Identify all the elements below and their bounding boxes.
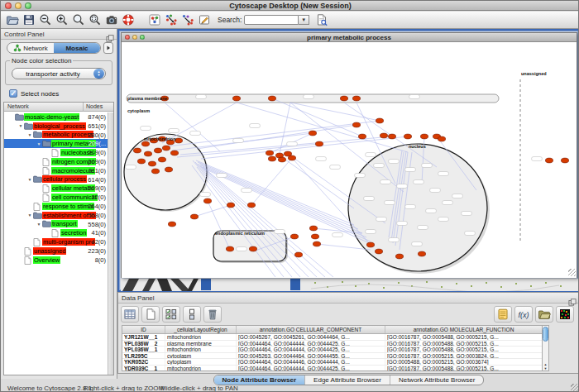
table-cell[interactable]: [GO:0044464, GO:0044446, GO:0044444, G..… [237,359,385,365]
table-row[interactable]: YPL036W__2plasma membrane[GO:0044464, GO… [122,341,543,347]
vizmapper-button[interactable] [146,12,163,27]
expand-arrow-icon[interactable]: ▼ [17,123,24,128]
table-cell[interactable]: [GO:0045267, GO:0045261, GO:0044464, G..… [237,334,385,340]
table-header-3[interactable]: annotation.GO CELLULAR_COMPONENT [237,326,385,333]
table-header-1[interactable]: ID [122,326,165,333]
table-cell[interactable]: mitochondrion [165,347,237,352]
table-row[interactable]: YDR039C__1mitochondrion[GO:0044464, GO:0… [122,366,543,371]
network-view-window[interactable]: primary metabolic process plasma membran… [121,32,577,278]
table-cell[interactable]: YLR295C [122,353,165,359]
tree-row[interactable]: ▼establishment of lo558(0) [4,211,108,220]
node-color-dropdown[interactable]: transporter activity ▲▼ [12,68,106,79]
select-nodes-checkbox[interactable]: ✓ [9,89,17,98]
tab-mosaic[interactable]: Mosaic [54,43,100,53]
tree-row[interactable]: cellular metabo209(0) [4,184,108,193]
network-canvas[interactable]: plasma membranecytoplasmmitochondrionnuc… [122,43,577,278]
expand-arrow-icon[interactable]: ▼ [26,177,33,182]
tree-row[interactable]: response to stimul264(0) [4,202,108,211]
table-cell[interactable]: [GO:0016787, GO:0005488, GO:0005215, G..… [385,341,543,347]
network-tree-header[interactable]: Network Nodes [4,103,113,112]
table-scrollbar-arrows[interactable]: ▲▼ [543,362,548,370]
tree-row[interactable]: Overview8(0) [4,256,108,265]
search-input[interactable] [244,15,299,25]
table-row[interactable]: YJR121W__1mitochondrion[GO:0045267, GO:0… [122,334,543,341]
table-scrollbar[interactable]: ▲▼ [542,325,549,371]
zoom-fit-button[interactable] [70,12,87,27]
zoom-out-button[interactable] [37,12,54,27]
table-row[interactable]: YPL036W__1mitochondrion[GO:0044464, GO:0… [122,347,543,353]
tab-overflow-button[interactable] [103,42,113,54]
table-cell[interactable]: [GO:0016787, GO:0005488, GO:0005215, G..… [385,366,543,371]
tab-network[interactable]: Network [7,43,54,53]
tree-row[interactable]: ▼transport558(0) [4,220,108,229]
table-cell[interactable]: YKR052C [122,359,165,365]
tree-row[interactable]: mosaic-demo-yeast874(0) [4,112,108,122]
save-button[interactable] [21,12,37,27]
tree-row[interactable]: nucleobase-209(0) [4,148,108,157]
table-cell[interactable]: cytoplasm [165,353,237,359]
table-cell[interactable]: [GO:0045263, GO:0044464, GO:0044455, G..… [237,353,385,359]
tree-column-network[interactable]: Network [7,103,29,109]
table-cell[interactable]: plasma membrane [165,341,237,347]
expand-arrow-icon[interactable]: ▼ [26,132,33,137]
table-cell[interactable]: [GO:0016787, GO:0005488, GO:0005215, G..… [385,347,543,352]
table-cell[interactable]: [GO:0016787, GO:0005488, GO:0005215, G..… [385,334,543,340]
unselect-attrs-button[interactable] [183,306,201,323]
table-scrollbar-thumb[interactable] [543,327,548,342]
expand-arrow-icon[interactable]: ▼ [36,141,42,146]
zoom-in-button[interactable] [54,12,70,27]
table-cell[interactable]: [GO:0044464, GO:0044444, GO:0044425, G..… [237,347,385,352]
attr-table-button[interactable] [121,306,139,323]
search-dropdown-button[interactable]: ▼ [299,15,309,25]
new-attr-button[interactable] [141,306,160,323]
network-window-titlebar[interactable]: primary metabolic process [122,33,577,42]
table-cell[interactable]: YPL036W__2 [122,341,165,347]
table-cell[interactable]: YJR121W__1 [122,334,165,340]
tree-row[interactable]: cell communicat22(0) [4,193,108,202]
tree-row[interactable]: ▼metabolic process280(0) [4,131,108,140]
tree-row[interactable]: ▼cellular process614(0) [4,175,108,184]
table-cell[interactable]: YPL036W__1 [122,347,165,352]
formula-button[interactable]: f(x) [514,306,533,323]
layout-2-button[interactable] [179,12,196,27]
tree-row[interactable]: secretion41(0) [4,228,108,237]
expand-arrow-icon[interactable]: ▼ [26,213,33,218]
search-config-button[interactable] [313,12,330,27]
table-cell[interactable]: [GO:0005488, GO:0005215, GO:0003674] [385,359,543,365]
tree-row[interactable]: unassigned223(0) [4,246,108,256]
table-cell[interactable]: mitochondrion [165,366,237,371]
table-cell[interactable]: YDR039C__1 [122,366,165,371]
help-button[interactable] [120,12,136,27]
tree-row-count: 209(0) [88,149,106,156]
table-row[interactable]: YLR295Ccytoplasm[GO:0045263, GO:0044464,… [122,353,543,360]
tree-row[interactable]: macromolecule311(0) [4,166,108,175]
table-header-4[interactable]: annotation.GO MOLECULAR_FUNCTION [385,326,543,333]
select-attrs-button[interactable] [162,306,180,323]
open-folder-button[interactable] [4,12,21,27]
table-cell[interactable]: [GO:0044464, GO:0044444, GO:0044425, G..… [237,366,385,371]
tree-column-nodes[interactable]: Nodes [86,103,103,109]
annotation-import-button[interactable] [494,306,512,323]
tree-row[interactable]: multi-organism pro42(0) [4,237,108,246]
tree-row[interactable]: ▼primary metabo209(... [4,139,108,148]
network-window-resize-grip[interactable] [568,269,576,276]
heatmap-button[interactable] [556,306,574,323]
expand-arrow-icon[interactable]: ▼ [36,222,42,227]
import-attrs-button[interactable] [535,306,553,323]
tree-row[interactable]: nitrogen compo209(0) [4,157,108,166]
table-cell[interactable]: cytoplasm [165,359,237,365]
window-titlebar[interactable]: Cytoscape Desktop (New Session) [1,1,579,11]
tree-row[interactable]: ▼biological_process651(0) [4,122,108,131]
window-resize-grip[interactable] [571,384,578,391]
table-cell[interactable]: [GO:0016787, GO:0005215, GO:0003824, G..… [385,353,543,359]
layout-1-button[interactable] [163,12,179,27]
zoom-region-button[interactable] [87,12,103,27]
delete-attr-button[interactable] [203,306,222,323]
table-cell[interactable]: mitochondrion [165,334,237,340]
tree-scrollbar[interactable] [108,112,113,375]
table-row[interactable]: YKR052Ccytoplasm[GO:0044464, GO:0044446,… [122,359,543,366]
annotation-button[interactable] [196,12,213,27]
table-header-2[interactable]: _cellularLayoutRegion [165,326,237,333]
table-cell[interactable]: [GO:0044464, GO:0044444, GO:0044425, G..… [237,341,385,347]
snapshot-button[interactable] [103,12,120,27]
